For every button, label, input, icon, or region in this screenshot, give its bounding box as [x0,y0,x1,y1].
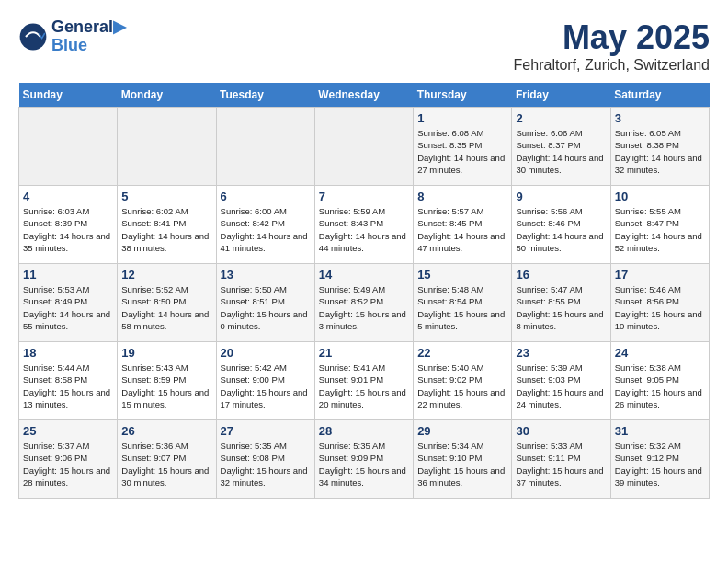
cell-info: Sunrise: 5:46 AMSunset: 8:56 PMDaylight:… [615,283,705,332]
cell-info: Sunrise: 5:41 AMSunset: 9:01 PMDaylight:… [319,362,409,410]
calendar-cell: 10Sunrise: 5:55 AMSunset: 8:47 PMDayligh… [610,186,709,264]
header-saturday: Saturday [610,83,709,108]
calendar-cell [216,108,314,186]
cell-info: Sunrise: 5:42 AMSunset: 9:00 PMDaylight:… [221,362,311,410]
calendar-cell: 28Sunrise: 5:35 AMSunset: 9:09 PMDayligh… [314,420,413,499]
calendar-cell: 4Sunrise: 6:03 AMSunset: 8:39 PMDaylight… [19,186,118,264]
day-number: 4 [23,190,113,203]
cell-info: Sunrise: 5:55 AMSunset: 8:47 PMDaylight:… [615,205,705,254]
cell-info: Sunrise: 6:06 AMSunset: 8:37 PMDaylight:… [516,127,606,176]
day-number: 14 [319,268,409,282]
day-number: 5 [121,190,211,203]
cell-info: Sunrise: 5:59 AMSunset: 8:43 PMDaylight:… [319,205,409,254]
day-number: 1 [417,111,507,125]
day-number: 25 [23,424,113,438]
cell-info: Sunrise: 5:50 AMSunset: 8:51 PMDaylight:… [221,283,311,332]
cell-info: Sunrise: 5:36 AMSunset: 9:07 PMDaylight:… [121,440,211,488]
cell-info: Sunrise: 5:43 AMSunset: 8:59 PMDaylight:… [121,362,211,410]
cell-info: Sunrise: 6:03 AMSunset: 8:39 PMDaylight:… [23,205,113,254]
cell-info: Sunrise: 5:35 AMSunset: 9:08 PMDaylight:… [221,440,311,488]
calendar-cell [19,108,118,186]
header-wednesday: Wednesday [314,83,413,108]
day-number: 6 [221,190,311,203]
header-sunday: Sunday [19,83,118,108]
cell-info: Sunrise: 5:48 AMSunset: 8:54 PMDaylight:… [417,283,507,332]
day-number: 17 [615,268,705,282]
cell-info: Sunrise: 5:49 AMSunset: 8:52 PMDaylight:… [319,283,409,332]
day-number: 24 [615,346,705,360]
week-row-5: 25Sunrise: 5:37 AMSunset: 9:06 PMDayligh… [19,420,710,499]
cell-info: Sunrise: 5:57 AMSunset: 8:45 PMDaylight:… [417,205,507,254]
day-number: 19 [121,346,211,360]
week-row-3: 11Sunrise: 5:53 AMSunset: 8:49 PMDayligh… [19,264,710,342]
cell-info: Sunrise: 5:38 AMSunset: 9:05 PMDaylight:… [615,362,705,410]
day-number: 13 [221,268,311,282]
calendar-cell [314,108,413,186]
cell-info: Sunrise: 5:35 AMSunset: 9:09 PMDaylight:… [319,440,409,488]
calendar-cell: 5Sunrise: 6:02 AMSunset: 8:41 PMDaylight… [118,186,216,264]
calendar-header-row: SundayMondayTuesdayWednesdayThursdayFrid… [19,83,710,108]
calendar-cell: 9Sunrise: 5:56 AMSunset: 8:46 PMDaylight… [512,186,610,264]
day-number: 3 [615,111,705,125]
calendar-cell: 17Sunrise: 5:46 AMSunset: 8:56 PMDayligh… [610,264,709,342]
week-row-1: 1Sunrise: 6:08 AMSunset: 8:35 PMDaylight… [19,108,710,186]
week-row-2: 4Sunrise: 6:03 AMSunset: 8:39 PMDaylight… [19,186,710,264]
calendar-cell [118,108,216,186]
calendar-cell: 13Sunrise: 5:50 AMSunset: 8:51 PMDayligh… [216,264,314,342]
logo-text: General▶ Blue [51,18,126,55]
calendar-cell: 20Sunrise: 5:42 AMSunset: 9:00 PMDayligh… [216,342,314,420]
day-number: 9 [516,190,606,203]
calendar-cell: 14Sunrise: 5:49 AMSunset: 8:52 PMDayligh… [314,264,413,342]
calendar-cell: 21Sunrise: 5:41 AMSunset: 9:01 PMDayligh… [314,342,413,420]
calendar-cell: 27Sunrise: 5:35 AMSunset: 9:08 PMDayligh… [216,420,314,499]
calendar-cell: 23Sunrise: 5:39 AMSunset: 9:03 PMDayligh… [512,342,610,420]
cell-info: Sunrise: 5:47 AMSunset: 8:55 PMDaylight:… [516,283,606,332]
cell-info: Sunrise: 5:53 AMSunset: 8:49 PMDaylight:… [23,283,113,332]
header-thursday: Thursday [414,83,512,108]
month-title: May 2025 [514,18,710,57]
calendar-cell: 30Sunrise: 5:33 AMSunset: 9:11 PMDayligh… [512,420,610,499]
cell-info: Sunrise: 5:56 AMSunset: 8:46 PMDaylight:… [516,205,606,254]
cell-info: Sunrise: 6:05 AMSunset: 8:38 PMDaylight:… [615,127,705,176]
cell-info: Sunrise: 5:40 AMSunset: 9:02 PMDaylight:… [417,362,507,410]
day-number: 30 [516,424,606,438]
cell-info: Sunrise: 6:08 AMSunset: 8:35 PMDaylight:… [417,127,507,176]
cell-info: Sunrise: 5:44 AMSunset: 8:58 PMDaylight:… [23,362,113,410]
cell-info: Sunrise: 5:52 AMSunset: 8:50 PMDaylight:… [121,283,211,332]
calendar-cell: 1Sunrise: 6:08 AMSunset: 8:35 PMDaylight… [414,108,512,186]
day-number: 2 [516,111,606,125]
day-number: 31 [615,424,705,438]
day-number: 10 [615,190,705,203]
day-number: 29 [417,424,507,438]
day-number: 27 [221,424,311,438]
day-number: 21 [319,346,409,360]
cell-info: Sunrise: 6:00 AMSunset: 8:42 PMDaylight:… [221,205,311,254]
day-number: 20 [221,346,311,360]
cell-info: Sunrise: 5:39 AMSunset: 9:03 PMDaylight:… [516,362,606,410]
header-monday: Monday [118,83,216,108]
calendar-cell: 11Sunrise: 5:53 AMSunset: 8:49 PMDayligh… [19,264,118,342]
header-tuesday: Tuesday [216,83,314,108]
cell-info: Sunrise: 5:34 AMSunset: 9:10 PMDaylight:… [417,440,507,488]
day-number: 28 [319,424,409,438]
calendar-cell: 8Sunrise: 5:57 AMSunset: 8:45 PMDaylight… [414,186,512,264]
calendar-cell: 7Sunrise: 5:59 AMSunset: 8:43 PMDaylight… [314,186,413,264]
logo: General▶ Blue [18,18,126,55]
calendar-cell: 22Sunrise: 5:40 AMSunset: 9:02 PMDayligh… [414,342,512,420]
cell-info: Sunrise: 6:02 AMSunset: 8:41 PMDaylight:… [121,205,211,254]
location-subtitle: Fehraltorf, Zurich, Switzerland [514,57,710,74]
calendar-cell: 25Sunrise: 5:37 AMSunset: 9:06 PMDayligh… [19,420,118,499]
calendar-cell: 16Sunrise: 5:47 AMSunset: 8:55 PMDayligh… [512,264,610,342]
calendar-table: SundayMondayTuesdayWednesdayThursdayFrid… [18,83,710,499]
day-number: 26 [121,424,211,438]
calendar-cell: 3Sunrise: 6:05 AMSunset: 8:38 PMDaylight… [610,108,709,186]
day-number: 22 [417,346,507,360]
day-number: 23 [516,346,606,360]
day-number: 7 [319,190,409,203]
day-number: 15 [417,268,507,282]
day-number: 12 [121,268,211,282]
calendar-cell: 31Sunrise: 5:32 AMSunset: 9:12 PMDayligh… [610,420,709,499]
calendar-cell: 29Sunrise: 5:34 AMSunset: 9:10 PMDayligh… [414,420,512,499]
cell-info: Sunrise: 5:32 AMSunset: 9:12 PMDaylight:… [615,440,705,488]
day-number: 16 [516,268,606,282]
